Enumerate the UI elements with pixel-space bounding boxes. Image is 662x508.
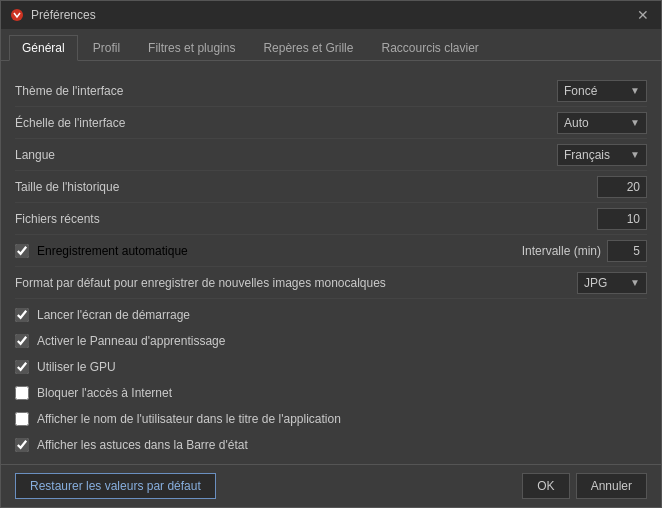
window-title: Préférences: [31, 8, 96, 22]
show-username-checkbox[interactable]: [15, 412, 29, 426]
auto-save-checkbox[interactable]: [15, 244, 29, 258]
settings-content: Thème de l'interface Foncé ▼ Échelle de …: [1, 61, 661, 464]
tab-profile[interactable]: Profil: [80, 35, 133, 60]
checkbox-learning-panel: Activer le Panneau d'apprentissage: [15, 329, 647, 353]
block-internet-label[interactable]: Bloquer l'accès à Internet: [37, 386, 172, 400]
app-icon: [9, 7, 25, 23]
tab-filters[interactable]: Filtres et plugins: [135, 35, 248, 60]
title-bar-left: Préférences: [9, 7, 96, 23]
language-value: Français: [564, 148, 610, 162]
use-gpu-checkbox[interactable]: [15, 360, 29, 374]
checkbox-show-username: Afficher le nom de l'utilisateur dans le…: [15, 407, 647, 431]
show-tips-checkbox[interactable]: [15, 438, 29, 452]
show-username-label[interactable]: Afficher le nom de l'utilisateur dans le…: [37, 412, 341, 426]
format-value: JPG: [584, 276, 607, 290]
format-dropdown[interactable]: JPG ▼: [577, 272, 647, 294]
history-row: Taille de l'historique: [15, 171, 647, 203]
auto-save-left: Enregistrement automatique: [15, 244, 188, 258]
history-input[interactable]: [597, 176, 647, 198]
interval-label: Intervalle (min): [522, 244, 601, 258]
interval-input[interactable]: [607, 240, 647, 262]
language-control: Français ▼: [557, 144, 647, 166]
scale-dropdown-arrow: ▼: [630, 117, 640, 128]
recent-files-input[interactable]: [597, 208, 647, 230]
recent-files-label: Fichiers récents: [15, 212, 597, 226]
footer: Restaurer les valeurs par défaut OK Annu…: [1, 464, 661, 507]
tab-bar: Général Profil Filtres et plugins Repère…: [1, 29, 661, 61]
theme-row: Thème de l'interface Foncé ▼: [15, 75, 647, 107]
checkbox-launch-screen: Lancer l'écran de démarrage: [15, 303, 647, 327]
scale-control: Auto ▼: [557, 112, 647, 134]
learning-panel-checkbox[interactable]: [15, 334, 29, 348]
checkbox-use-gpu: Utiliser le GPU: [15, 355, 647, 379]
launch-screen-checkbox[interactable]: [15, 308, 29, 322]
close-button[interactable]: ✕: [633, 5, 653, 25]
format-control: JPG ▼: [577, 272, 647, 294]
svg-point-0: [11, 9, 23, 21]
format-label: Format par défaut pour enregistrer de no…: [15, 276, 386, 290]
scale-row: Échelle de l'interface Auto ▼: [15, 107, 647, 139]
ok-button[interactable]: OK: [522, 473, 569, 499]
history-label: Taille de l'historique: [15, 180, 597, 194]
auto-save-row: Enregistrement automatique Intervalle (m…: [15, 235, 647, 267]
recent-files-row: Fichiers récents: [15, 203, 647, 235]
title-bar: Préférences ✕: [1, 1, 661, 29]
scale-dropdown[interactable]: Auto ▼: [557, 112, 647, 134]
checkbox-show-tips: Afficher les astuces dans la Barre d'éta…: [15, 433, 647, 457]
language-dropdown[interactable]: Français ▼: [557, 144, 647, 166]
preferences-window: Préférences ✕ Général Profil Filtres et …: [0, 0, 662, 508]
format-dropdown-arrow: ▼: [630, 277, 640, 288]
use-gpu-label[interactable]: Utiliser le GPU: [37, 360, 116, 374]
launch-screen-label[interactable]: Lancer l'écran de démarrage: [37, 308, 190, 322]
checkbox-block-internet: Bloquer l'accès à Internet: [15, 381, 647, 405]
theme-dropdown-arrow: ▼: [630, 85, 640, 96]
language-dropdown-arrow: ▼: [630, 149, 640, 160]
tab-general[interactable]: Général: [9, 35, 78, 61]
show-tips-label[interactable]: Afficher les astuces dans la Barre d'éta…: [37, 438, 248, 452]
learning-panel-label[interactable]: Activer le Panneau d'apprentissage: [37, 334, 225, 348]
scale-label: Échelle de l'interface: [15, 116, 557, 130]
restore-defaults-button[interactable]: Restaurer les valeurs par défaut: [15, 473, 216, 499]
tab-shortcuts[interactable]: Raccourcis clavier: [368, 35, 491, 60]
theme-dropdown[interactable]: Foncé ▼: [557, 80, 647, 102]
theme-label: Thème de l'interface: [15, 84, 557, 98]
tab-marks[interactable]: Repères et Grille: [250, 35, 366, 60]
recent-files-control: [597, 208, 647, 230]
auto-save-label[interactable]: Enregistrement automatique: [37, 244, 188, 258]
cancel-button[interactable]: Annuler: [576, 473, 647, 499]
auto-save-right: Intervalle (min): [522, 240, 647, 262]
history-control: [597, 176, 647, 198]
footer-right: OK Annuler: [522, 473, 647, 499]
theme-control: Foncé ▼: [557, 80, 647, 102]
language-label: Langue: [15, 148, 557, 162]
scale-value: Auto: [564, 116, 589, 130]
block-internet-checkbox[interactable]: [15, 386, 29, 400]
format-row: Format par défaut pour enregistrer de no…: [15, 267, 647, 299]
theme-value: Foncé: [564, 84, 597, 98]
checkbox-section: Lancer l'écran de démarrage Activer le P…: [15, 303, 647, 464]
language-row: Langue Français ▼: [15, 139, 647, 171]
